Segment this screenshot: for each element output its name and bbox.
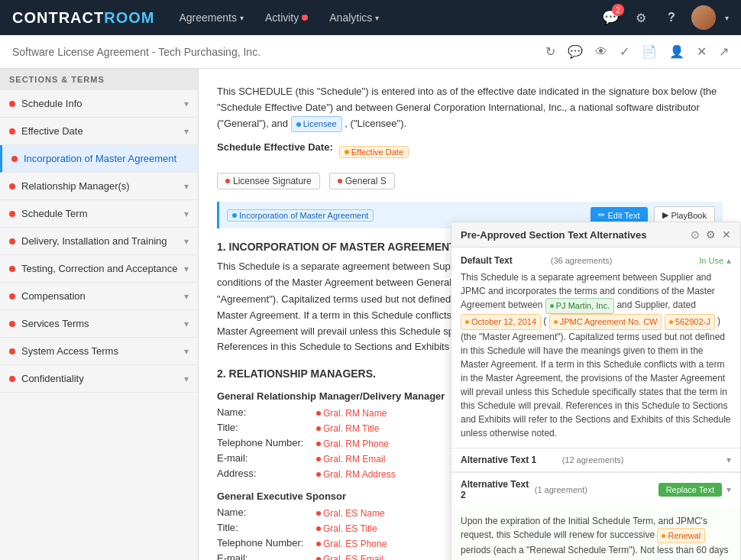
es-phone-field[interactable]: Gral. ES Phone [316, 539, 387, 549]
logo[interactable]: CONTRACTROOM [12, 9, 154, 27]
sidebar-item-label: Confidentiality [21, 373, 184, 384]
bullet-icon [9, 321, 15, 327]
panel-settings-icon[interactable]: ⚙ [706, 228, 716, 241]
bullet-icon [11, 156, 18, 162]
sidebar-item-schedule-info[interactable]: Schedule Info [0, 90, 198, 118]
alt2-header[interactable]: Alternative Text 2 (1 agreement) Replace… [451, 472, 740, 507]
sidebar-item-label: Services Terms [21, 318, 184, 329]
alt1-header[interactable]: Alternative Text 1 (12 agreements) [451, 448, 740, 472]
panel-default-header: Default Text (36 agreements) In Use [461, 255, 731, 266]
effective-date-row: Schedule Effective Date: Effective Date [217, 141, 723, 162]
close-circle-icon[interactable]: ✕ [697, 44, 707, 59]
activity-dot [302, 15, 308, 21]
intro-paragraph: This SCHEDULE (this "Schedule") is enter… [217, 84, 723, 132]
sidebar-item-testing[interactable]: Testing, Correction and Acceptance [0, 255, 198, 283]
settings-button[interactable]: ⚙ [630, 7, 652, 28]
sidebar-item-label: Relationship Manager(s) [21, 180, 184, 192]
sidebar-item-label: Delivery, Installation and Training [21, 235, 184, 247]
renewal-tag[interactable]: Renewal [657, 528, 705, 544]
es-email-field[interactable]: Gral. ES Email [316, 554, 383, 560]
pj-martin-tag[interactable]: PJ Martin, Inc. [545, 298, 614, 314]
nav-analytics[interactable]: Analytics ▾ [320, 7, 388, 28]
check-icon[interactable]: ✓ [620, 44, 629, 59]
licensee-tag[interactable]: Licensee [291, 116, 342, 133]
comment-button[interactable]: 💬 2 [600, 7, 621, 28]
es-name-field[interactable]: Gral. ES Name [316, 508, 385, 519]
chevron-icon [184, 264, 189, 274]
cw-tag[interactable]: 562902-J [665, 314, 715, 330]
chat-icon[interactable]: 💬 [568, 44, 583, 59]
chevron-icon [184, 209, 189, 219]
general-signature-tag[interactable]: General S [329, 173, 395, 189]
sidebar-item-delivery[interactable]: Delivery, Installation and Training [0, 228, 198, 255]
user-avatar[interactable] [691, 5, 716, 30]
bullet-icon [9, 348, 15, 354]
preapproved-panel: Pre-Approved Section Text Alternatives ⊙… [451, 222, 741, 560]
sidebar-header: SECTIONS & TERMS [0, 69, 198, 90]
chevron-icon [184, 181, 189, 192]
sidebar-item-services-terms[interactable]: Services Terms [0, 310, 198, 338]
sidebar-item-label: Schedule Term [21, 208, 184, 219]
chevron-icon [184, 99, 189, 109]
sidebar-item-schedule-term[interactable]: Schedule Term [0, 200, 198, 228]
pencil-icon: ✏ [598, 210, 605, 220]
bullet-icon [9, 266, 15, 272]
bullet-icon [9, 238, 15, 244]
rm-address-field[interactable]: Gral. RM Address [316, 469, 396, 480]
panel-default-text: This Schedule is a separate agreement be… [461, 270, 731, 440]
document-title: Software License Agreement - Tech Purcha… [12, 46, 533, 58]
chevron-icon [184, 291, 189, 302]
sidebar-item-incorporation-master[interactable]: Incorporation of Master Agreement [0, 145, 198, 173]
sub-header-icons: ↻ 💬 👁 ✓ 📄 👤 ✕ ↗ [545, 44, 729, 59]
chevron-icon [184, 319, 189, 329]
bullet-icon [9, 376, 15, 382]
bullet-icon [9, 128, 15, 134]
tag-dot [345, 150, 349, 154]
bullet-icon [9, 211, 15, 217]
panel-default-section: Default Text (36 agreements) In Use This… [451, 248, 740, 448]
replace-text-button[interactable]: Replace Text [658, 483, 722, 497]
sidebar-item-effective-date[interactable]: Effective Date [0, 118, 198, 145]
help-button[interactable]: ? [661, 7, 682, 28]
panel-close-icon[interactable]: ✕ [722, 228, 731, 241]
chevron-icon [184, 346, 189, 357]
rm-title-field[interactable]: Gral. RM Title [316, 423, 379, 434]
people-icon[interactable]: 👤 [669, 44, 684, 59]
rm-name-field[interactable]: Gral. RM Name [316, 408, 387, 419]
signature-row: Licensee Signature General S [217, 173, 723, 189]
sidebar-item-compensation[interactable]: Compensation [0, 283, 198, 310]
oct-date-tag[interactable]: October 12, 2014 [461, 314, 541, 330]
chevron-icon [184, 236, 189, 247]
top-navigation: CONTRACTROOM Agreements ▾ Activity Analy… [0, 0, 741, 35]
logo-text: CONTRACTROOM [12, 9, 154, 27]
play-icon: ▶ [662, 210, 668, 220]
sidebar-item-label: Effective Date [21, 125, 184, 137]
alt2-body: Upon the expiration of the Initial Sched… [451, 507, 740, 561]
share-icon[interactable]: ↗ [719, 44, 729, 59]
sidebar-item-relationship-managers[interactable]: Relationship Manager(s) [0, 173, 198, 200]
rm-email-field[interactable]: Gral. RM Email [316, 454, 385, 465]
doc-icon[interactable]: 📄 [642, 44, 657, 59]
view-icon[interactable]: 👁 [595, 45, 607, 59]
rm-phone-field[interactable]: Gral. RM Phone [316, 439, 389, 449]
alt1-chevron[interactable] [726, 455, 731, 465]
nav-right-icons: 💬 2 ⚙ ? ▾ [600, 5, 729, 30]
default-section-chevron[interactable] [726, 255, 731, 266]
alt2-chevron[interactable] [726, 484, 731, 495]
sidebar: SECTIONS & TERMS Schedule Info Effective… [0, 69, 199, 560]
effective-date-tag[interactable]: Effective Date [339, 146, 409, 158]
nav-agreements[interactable]: Agreements ▾ [170, 7, 252, 28]
nav-activity[interactable]: Activity [256, 7, 317, 28]
bullet-icon [9, 183, 15, 189]
es-title-field[interactable]: Gral. ES Title [316, 523, 377, 534]
sidebar-item-confidentiality[interactable]: Confidentiality [0, 365, 198, 393]
jpmc-tag[interactable]: JPMC Agreement No. CW [549, 314, 662, 330]
sidebar-item-label: Compensation [21, 290, 184, 302]
sidebar-item-system-access[interactable]: System Access Terms [0, 338, 198, 365]
bullet-icon [9, 101, 15, 107]
section-highlight-tag[interactable]: Incorporation of Master Agreement [227, 209, 374, 222]
refresh-icon[interactable]: ↻ [545, 44, 555, 59]
licensee-signature-tag[interactable]: Licensee Signature [217, 173, 320, 189]
panel-title: Pre-Approved Section Text Alternatives [461, 229, 691, 241]
panel-refresh-icon[interactable]: ⊙ [691, 228, 700, 241]
